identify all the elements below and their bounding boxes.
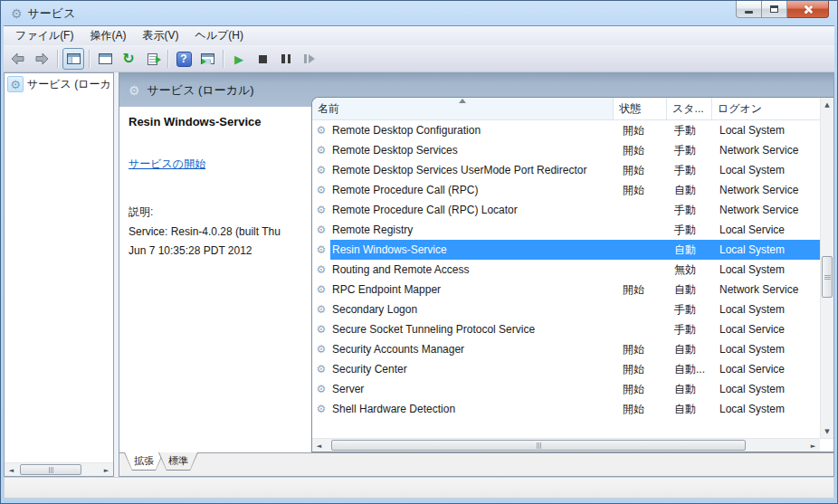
cell-startup: 手動 bbox=[667, 322, 712, 338]
cell-startup: 自動 bbox=[667, 382, 712, 397]
menu-bar: ファイル(F)操作(A)表示(V)ヘルプ(H) bbox=[4, 26, 834, 46]
tab-standard[interactable]: 標準 bbox=[158, 452, 198, 471]
scrollbar-thumb[interactable] bbox=[20, 464, 81, 475]
list-header: 名前 状態 スタ... ログオン bbox=[312, 98, 820, 120]
table-row[interactable]: ⚙Shell Hardware Detection開始自動Local Syste… bbox=[312, 399, 820, 419]
close-button[interactable] bbox=[787, 1, 829, 18]
refresh-icon[interactable]: ↻ bbox=[118, 48, 139, 70]
service-gear-icon: ⚙ bbox=[312, 384, 330, 395]
cell-name: Secondary Logon bbox=[330, 303, 614, 316]
services-header-icon: ⚙ bbox=[129, 84, 140, 97]
list-vertical-scrollbar[interactable]: ▲ ▼ bbox=[820, 98, 833, 438]
properties-icon[interactable] bbox=[94, 48, 116, 70]
scroll-left-icon[interactable]: ◄ bbox=[312, 439, 326, 452]
forward-icon[interactable] bbox=[31, 48, 52, 70]
export-list-icon[interactable] bbox=[141, 48, 163, 70]
show-action-pane-icon[interactable] bbox=[196, 48, 218, 70]
column-header-name[interactable]: 名前 bbox=[312, 98, 614, 119]
service-gear-icon: ⚙ bbox=[312, 324, 330, 335]
toolbar-separator bbox=[167, 50, 168, 68]
tree-horizontal-scrollbar[interactable]: ◄ ► bbox=[5, 462, 113, 476]
services-node-icon: ⚙ bbox=[7, 76, 24, 92]
column-header-logon[interactable]: ログオン bbox=[712, 98, 820, 119]
cell-logon: Local System bbox=[712, 124, 820, 137]
cell-status: 開始 bbox=[614, 362, 667, 377]
menu-item-2[interactable]: 表示(V) bbox=[134, 25, 186, 46]
toolbar-separator bbox=[89, 50, 90, 68]
service-gear-icon: ⚙ bbox=[312, 165, 330, 176]
cell-startup: 手動 bbox=[667, 143, 712, 158]
cell-name: Security Accounts Manager bbox=[330, 343, 614, 356]
tab-label: 標準 bbox=[159, 452, 197, 470]
back-icon[interactable] bbox=[7, 48, 29, 70]
toolbar-separator bbox=[57, 50, 58, 68]
service-gear-icon: ⚙ bbox=[312, 244, 330, 255]
table-row[interactable]: ⚙Routing and Remote Access無効Local System bbox=[312, 260, 820, 280]
restore-button[interactable] bbox=[762, 1, 787, 18]
scroll-down-icon[interactable]: ▼ bbox=[821, 424, 834, 438]
list-horizontal-scrollbar[interactable]: ◄ ► bbox=[312, 439, 820, 452]
service-gear-icon: ⚙ bbox=[312, 344, 330, 355]
cell-name: Remote Desktop Configuration bbox=[330, 124, 614, 137]
tree-item-services-local[interactable]: ⚙ サービス (ローカ bbox=[7, 76, 110, 92]
scrollbar-thumb[interactable] bbox=[331, 440, 746, 451]
show-console-tree-icon[interactable] bbox=[62, 48, 84, 70]
menu-item-1[interactable]: 操作(A) bbox=[81, 25, 134, 46]
restart-service-icon[interactable] bbox=[299, 48, 320, 70]
service-gear-icon: ⚙ bbox=[312, 125, 330, 136]
service-gear-icon: ⚙ bbox=[312, 204, 330, 215]
table-row[interactable]: ⚙Server開始自動Local System bbox=[312, 379, 820, 399]
scroll-right-icon[interactable]: ► bbox=[806, 439, 820, 452]
cell-logon: Local System bbox=[712, 303, 820, 316]
cell-name: Remote Procedure Call (RPC) Locator bbox=[330, 204, 614, 216]
table-row[interactable]: ⚙Remote Procedure Call (RPC)開始自動Network … bbox=[312, 180, 820, 200]
description-label: 説明: bbox=[129, 204, 308, 220]
cell-name: Remote Registry bbox=[330, 223, 614, 236]
table-row[interactable]: ⚙Remote Registry手動Local Service bbox=[312, 220, 820, 240]
scroll-up-icon[interactable]: ▲ bbox=[821, 98, 834, 111]
help-icon[interactable]: ? bbox=[173, 48, 195, 70]
minimize-button[interactable] bbox=[736, 1, 762, 18]
cell-logon: Local Service bbox=[712, 363, 820, 376]
cell-startup: 手動 bbox=[667, 203, 712, 218]
service-gear-icon: ⚙ bbox=[312, 264, 330, 275]
start-service-link[interactable]: サービスの開始 bbox=[129, 157, 205, 172]
scrollbar-thumb[interactable] bbox=[822, 256, 833, 298]
table-row[interactable]: ⚙Security Accounts Manager開始自動Local Syst… bbox=[312, 339, 820, 359]
cell-status: 開始 bbox=[614, 282, 667, 298]
title-bar[interactable]: ⚙ サービス bbox=[4, 1, 834, 26]
pause-service-icon[interactable] bbox=[275, 48, 297, 70]
cell-logon: Local System bbox=[712, 343, 820, 356]
table-row[interactable]: ⚙Remote Procedure Call (RPC) Locator手動Ne… bbox=[312, 200, 820, 220]
cell-logon: Local System bbox=[712, 403, 820, 415]
column-header-status[interactable]: 状態 bbox=[614, 98, 667, 119]
table-row[interactable]: ⚙Secure Socket Tunneling Protocol Servic… bbox=[312, 319, 820, 339]
service-gear-icon: ⚙ bbox=[312, 364, 330, 375]
toolbar-separator bbox=[223, 50, 224, 68]
cell-startup: 自動 bbox=[667, 342, 712, 357]
start-service-icon[interactable]: ▶ bbox=[228, 48, 250, 70]
scroll-right-icon[interactable]: ► bbox=[100, 463, 113, 477]
table-row[interactable]: ⚙Remote Desktop Services開始手動Network Serv… bbox=[312, 140, 820, 160]
table-row[interactable]: ⚙Resin Windows-Service自動Local System bbox=[312, 240, 820, 260]
cell-startup: 無効 bbox=[667, 262, 712, 278]
cell-logon: Local System bbox=[712, 383, 820, 395]
cell-status: 開始 bbox=[614, 342, 667, 357]
table-row[interactable]: ⚙Security Center開始自動...Local Service bbox=[312, 359, 820, 379]
table-row[interactable]: ⚙Remote Desktop Services UserMode Port R… bbox=[312, 160, 820, 180]
menu-item-0[interactable]: ファイル(F) bbox=[7, 25, 81, 46]
table-row[interactable]: ⚙Secondary Logon手動Local System bbox=[312, 300, 820, 319]
cell-name: Shell Hardware Detection bbox=[330, 403, 614, 415]
table-row[interactable]: ⚙Remote Desktop Configuration開始手動Local S… bbox=[312, 120, 820, 140]
tab-extended[interactable]: 拡張 bbox=[124, 452, 164, 471]
cell-logon: Local System bbox=[712, 263, 820, 276]
cell-logon: Local System bbox=[712, 164, 820, 176]
close-icon bbox=[803, 5, 813, 14]
table-row[interactable]: ⚙RPC Endpoint Mapper開始自動Network Service bbox=[312, 280, 820, 300]
cell-logon: Local Service bbox=[712, 323, 820, 336]
stop-service-icon[interactable] bbox=[252, 48, 273, 70]
cell-name: Remote Procedure Call (RPC) bbox=[330, 184, 614, 196]
column-header-startup[interactable]: スタ... bbox=[667, 98, 712, 119]
menu-item-3[interactable]: ヘルプ(H) bbox=[186, 25, 252, 46]
scroll-left-icon[interactable]: ◄ bbox=[5, 463, 18, 477]
